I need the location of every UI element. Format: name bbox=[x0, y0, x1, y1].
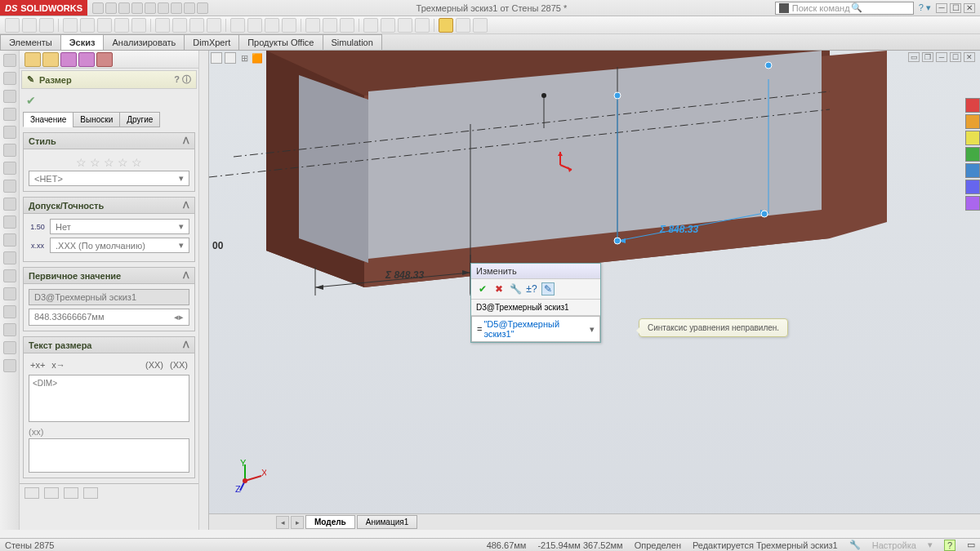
display-icon[interactable] bbox=[340, 18, 354, 33]
spinner-icon[interactable]: ◂▸ bbox=[174, 312, 184, 322]
forum-tab-icon[interactable] bbox=[965, 196, 980, 211]
tool-icon[interactable] bbox=[363, 18, 378, 33]
formula-input[interactable]: ="D5@Трехмерный эскиз1"▾ bbox=[471, 316, 600, 342]
tool-icon[interactable] bbox=[3, 251, 16, 264]
align-right-icon[interactable] bbox=[64, 487, 78, 499]
precision-select[interactable]: .XXX (По умолчанию)▾ bbox=[50, 238, 189, 253]
favorites[interactable]: ☆☆☆☆☆ bbox=[29, 154, 189, 171]
status-flag-icon[interactable]: ▭ bbox=[967, 540, 975, 550]
tab-office[interactable]: Продукты Office bbox=[238, 34, 323, 50]
reverse-icon[interactable]: ±? bbox=[525, 282, 538, 295]
dim-label-1[interactable]: Σ 848.33 bbox=[385, 269, 424, 281]
extend-icon[interactable] bbox=[172, 18, 187, 33]
dim-text-area-2[interactable] bbox=[29, 438, 189, 473]
tab-leaders[interactable]: Выноски bbox=[73, 112, 120, 127]
tool-icon[interactable] bbox=[3, 90, 16, 103]
help-icon[interactable]: ? ▾ bbox=[919, 2, 931, 13]
rebuild-icon[interactable]: 🔧 bbox=[509, 282, 522, 295]
tool-icon[interactable] bbox=[381, 18, 395, 33]
tool-icon[interactable] bbox=[3, 341, 16, 354]
arc-icon[interactable] bbox=[114, 18, 129, 33]
minimize-button[interactable]: ─ bbox=[936, 3, 947, 13]
dim-text-area[interactable]: <DIM> bbox=[29, 375, 189, 422]
tool-icon[interactable] bbox=[22, 18, 37, 33]
snap-icon[interactable] bbox=[323, 18, 337, 33]
new-icon[interactable] bbox=[92, 2, 104, 14]
tool-icon[interactable] bbox=[3, 162, 16, 175]
tool-icon[interactable] bbox=[39, 18, 54, 33]
options-icon[interactable] bbox=[197, 2, 208, 14]
pattern-icon[interactable] bbox=[265, 18, 279, 33]
display-tab[interactable] bbox=[96, 52, 113, 67]
relation-icon[interactable] bbox=[247, 18, 262, 33]
group-primary-value[interactable]: Первичное значениеⴷ bbox=[23, 267, 195, 284]
group-style[interactable]: Стильⴷ bbox=[23, 132, 195, 149]
tool-icon[interactable] bbox=[3, 144, 16, 157]
tool-icon[interactable] bbox=[3, 287, 16, 300]
unit-icon[interactable]: 🔧 bbox=[849, 540, 861, 550]
ok-check[interactable]: ✔ bbox=[20, 91, 198, 110]
custom-label[interactable]: Настройка bbox=[872, 540, 916, 550]
close-button[interactable]: ✕ bbox=[964, 3, 975, 13]
dim-name-field[interactable]: D3@Трехмерный эскиз1 bbox=[29, 289, 189, 305]
ok-button[interactable]: ✔ bbox=[476, 282, 489, 295]
open-icon[interactable] bbox=[105, 2, 117, 14]
status-help-icon[interactable]: ? bbox=[944, 540, 956, 551]
redo-icon[interactable] bbox=[158, 2, 169, 14]
view-palette-tab-icon[interactable] bbox=[965, 147, 980, 162]
tab-elements[interactable]: Элементы bbox=[0, 34, 61, 50]
tool-icon[interactable] bbox=[3, 126, 16, 139]
dimxpert-tab[interactable] bbox=[78, 52, 95, 67]
tool-icon[interactable] bbox=[3, 180, 16, 193]
properties-tab-icon[interactable] bbox=[965, 180, 980, 194]
tab-value[interactable]: Значение bbox=[23, 112, 74, 127]
group-tolerance[interactable]: Допуск/Точностьⴷ bbox=[23, 197, 195, 214]
offset-icon[interactable] bbox=[189, 18, 204, 33]
tool-icon[interactable] bbox=[398, 18, 412, 33]
panel-scrollbar[interactable] bbox=[198, 51, 208, 530]
tool-icon[interactable] bbox=[3, 72, 16, 85]
tool-icon[interactable] bbox=[5, 18, 20, 33]
tol-type-select[interactable]: Нет▾ bbox=[50, 219, 189, 234]
tab-next-icon[interactable]: ▸ bbox=[291, 516, 304, 529]
grid-icon[interactable] bbox=[305, 18, 320, 33]
dim-label-2[interactable]: Σ 848.33 bbox=[660, 224, 698, 235]
tool-icon[interactable] bbox=[3, 108, 16, 121]
line-icon[interactable] bbox=[63, 18, 78, 33]
tab-model[interactable]: Модель bbox=[305, 515, 355, 529]
tool-icon[interactable] bbox=[3, 359, 16, 372]
explorer-tab-icon[interactable] bbox=[965, 131, 980, 145]
tool-icon[interactable] bbox=[3, 198, 16, 211]
save-icon[interactable] bbox=[118, 2, 130, 14]
style-select[interactable]: <НЕТ>▾ bbox=[29, 171, 189, 186]
tool-icon[interactable] bbox=[3, 233, 16, 247]
tab-dimxpert[interactable]: DimXpert bbox=[184, 34, 239, 50]
select-icon[interactable] bbox=[171, 2, 182, 14]
align-justify-icon[interactable] bbox=[83, 487, 98, 499]
cancel-button[interactable]: ✖ bbox=[492, 282, 506, 295]
mark-icon[interactable]: ✎ bbox=[541, 282, 555, 295]
tab-simulation[interactable]: Simulation bbox=[323, 34, 382, 50]
tab-animation[interactable]: Анимация1 bbox=[357, 515, 418, 529]
feature-tree-tab[interactable] bbox=[24, 52, 41, 67]
property-tab[interactable] bbox=[42, 52, 59, 67]
align-center-icon[interactable] bbox=[44, 487, 59, 499]
undo-icon[interactable] bbox=[145, 2, 156, 14]
tool-icon[interactable] bbox=[3, 54, 16, 67]
tool-icon[interactable] bbox=[3, 216, 16, 229]
group-dim-text[interactable]: Текст размераⴷ bbox=[23, 336, 195, 353]
tab-other[interactable]: Другие bbox=[119, 112, 160, 127]
config-tab[interactable] bbox=[60, 52, 77, 67]
tool-icon[interactable] bbox=[456, 18, 470, 33]
tab-analyze[interactable]: Анализировать bbox=[103, 34, 185, 50]
mirror-icon[interactable] bbox=[207, 18, 221, 33]
move-icon[interactable] bbox=[282, 18, 296, 33]
circle-icon[interactable] bbox=[97, 18, 112, 33]
maximize-button[interactable]: ☐ bbox=[950, 3, 961, 13]
command-search[interactable]: Поиск команд 🔍 bbox=[775, 2, 914, 15]
rect-icon[interactable] bbox=[80, 18, 95, 33]
trim-icon[interactable] bbox=[155, 18, 170, 33]
resources-tab-icon[interactable] bbox=[965, 98, 980, 113]
tool-icon[interactable] bbox=[3, 269, 16, 282]
library-tab-icon[interactable] bbox=[965, 114, 980, 129]
